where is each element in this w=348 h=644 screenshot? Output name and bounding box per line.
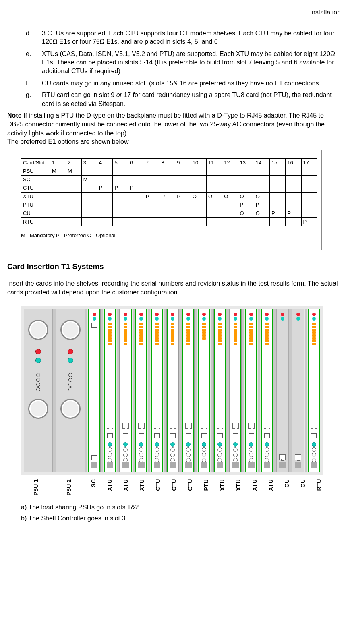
connector-icon xyxy=(264,433,270,438)
connector-icon xyxy=(170,433,176,438)
label-spacer xyxy=(229,478,232,495)
label-spacer xyxy=(180,478,184,495)
shelf-card-label: XTU xyxy=(135,478,148,495)
list-text: 3 CTUs are supported. Each CTU supports … xyxy=(42,29,341,46)
table-header-cell: 4 xyxy=(97,158,113,167)
ctu-card xyxy=(166,309,179,472)
label-spacer xyxy=(245,478,248,495)
table-cell: O xyxy=(254,209,269,217)
table-cell xyxy=(222,175,238,184)
connector-block-icon xyxy=(232,462,239,468)
slot-divider xyxy=(273,309,276,472)
slot-divider xyxy=(242,309,244,472)
table-header-cell: 10 xyxy=(191,158,206,167)
slot-divider xyxy=(133,309,135,472)
table-cell xyxy=(66,192,81,201)
table-row-header: PSU xyxy=(21,167,50,175)
shelf-card-label: RTU xyxy=(313,478,325,495)
connector-icon xyxy=(107,433,113,438)
xtu-card xyxy=(119,309,132,472)
table-cell xyxy=(160,209,175,217)
table-cell: O xyxy=(238,209,254,217)
list-marker: f. xyxy=(26,79,42,88)
table-cell xyxy=(113,217,128,226)
ctu-card xyxy=(151,309,163,472)
table-cell xyxy=(144,217,160,226)
table-cell xyxy=(144,167,160,175)
shelf-card-label: CTU xyxy=(168,478,180,495)
table-cell xyxy=(144,209,160,217)
table-cell xyxy=(301,175,317,184)
table-cell xyxy=(191,201,206,209)
list-text-ital: or xyxy=(116,91,122,98)
table-cell xyxy=(191,175,206,184)
label-spacer xyxy=(261,478,264,495)
xtu-card xyxy=(229,309,242,472)
shelf-card-label: XTU xyxy=(216,478,229,495)
led-green-icon xyxy=(155,317,159,321)
table-cell xyxy=(175,201,191,209)
table-header-cell: 13 xyxy=(238,158,254,167)
label-spacer xyxy=(51,478,54,495)
led-red-icon xyxy=(202,313,206,316)
cu-card xyxy=(292,309,304,472)
shelf-card-label: CU xyxy=(280,478,293,495)
shelf-card-label: XTU xyxy=(264,478,277,495)
table-cell xyxy=(270,175,286,184)
table-cell xyxy=(144,184,160,192)
rj-port-icon xyxy=(248,423,255,429)
connector-block-icon xyxy=(201,462,207,468)
table-cell xyxy=(81,217,97,226)
connector-icon xyxy=(91,323,97,328)
port-stack-icon xyxy=(249,442,253,462)
table-cell xyxy=(238,175,254,184)
note-block: Note If installing a PTU the D-type on t… xyxy=(7,111,341,146)
table-cell xyxy=(254,184,269,192)
table-row-header: PTU xyxy=(21,201,50,209)
rj-port-icon xyxy=(107,423,113,429)
connector-block-icon xyxy=(91,462,97,468)
table-cell xyxy=(97,192,113,201)
slot-divider xyxy=(179,309,182,472)
list-text: XTUs (CAS, Data, ISDN, V5.1, V5.2 and PT… xyxy=(42,50,341,76)
psu-handle-icon xyxy=(28,399,48,419)
led-red-icon xyxy=(171,313,174,316)
amber-led-stack-icon xyxy=(139,323,143,345)
amber-led-stack-icon xyxy=(124,323,127,345)
port-stack-icon xyxy=(155,442,159,462)
table-header-cell: 9 xyxy=(175,158,191,167)
slot-divider xyxy=(305,309,307,472)
sub-item-a: a) The load sharing PSUs go in slots 1&2… xyxy=(21,503,341,512)
connector-block-icon xyxy=(122,462,129,468)
table-cell: M xyxy=(81,175,97,184)
table-cell xyxy=(270,184,286,192)
table-row-header: SC xyxy=(21,175,50,184)
table-cell xyxy=(222,217,238,226)
table-header-cell: 8 xyxy=(160,158,175,167)
table-cell: M xyxy=(50,167,66,175)
led-green-icon xyxy=(139,317,143,321)
table-header-cell: 6 xyxy=(128,158,144,167)
table-cell xyxy=(81,192,97,201)
rj-port-icon xyxy=(201,423,207,429)
rj-port-icon xyxy=(217,423,223,429)
list-marker: d. xyxy=(26,29,42,46)
connector-icon xyxy=(233,433,238,438)
table-cell xyxy=(270,167,286,175)
xtu-card xyxy=(245,309,257,472)
table-cell xyxy=(207,201,222,209)
label-spacer xyxy=(213,478,216,495)
table-cell xyxy=(286,175,301,184)
port-stack-icon xyxy=(202,442,206,462)
rj-port-icon xyxy=(122,423,129,429)
slot-divider xyxy=(226,309,229,472)
table-header-cell: 2 xyxy=(66,158,81,167)
led-red-icon xyxy=(312,313,316,316)
slot-divider xyxy=(53,309,56,472)
table-cell xyxy=(128,201,144,209)
table-cell xyxy=(160,167,175,175)
led-green-icon xyxy=(265,317,269,321)
table-cell xyxy=(286,217,301,226)
led-green-icon xyxy=(234,317,237,321)
table-cell xyxy=(128,192,144,201)
